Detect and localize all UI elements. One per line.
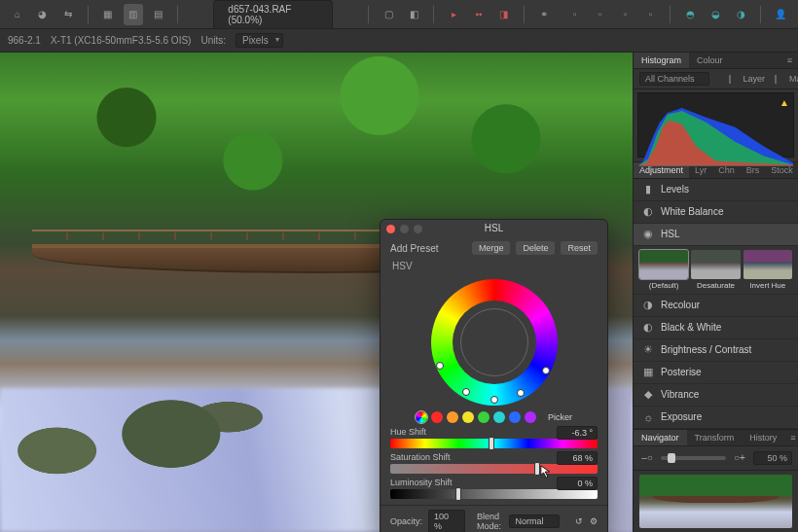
preset-desaturate[interactable]: Desaturate — [691, 250, 740, 290]
swatch-yellow[interactable] — [462, 411, 474, 423]
mirror-icon[interactable]: ◨ — [494, 4, 514, 25]
compare-icon[interactable]: ▪▪ — [469, 4, 489, 25]
swatch-orange[interactable] — [447, 411, 458, 423]
assistant-c-icon[interactable]: ◑ — [731, 4, 750, 25]
hsl-icon: ◉ — [641, 228, 655, 241]
grid-icon[interactable]: ▦ — [98, 4, 118, 25]
swatch-magenta[interactable] — [525, 411, 536, 423]
black-white-icon: ◐ — [641, 321, 655, 335]
hue-shift-slider[interactable]: -6.3 ° — [390, 439, 598, 448]
home-icon[interactable]: ⌂ — [8, 4, 27, 25]
saturation-shift-slider[interactable]: 68 % — [390, 464, 598, 474]
wheel-node[interactable] — [462, 388, 470, 396]
recolour-icon: ◑ — [641, 299, 655, 312]
hsv-toggle[interactable]: HSV — [381, 259, 607, 273]
hsl-presets: (Default) Desaturate Invert Hue — [634, 246, 798, 295]
wheel-node[interactable] — [436, 362, 444, 370]
swatch-master[interactable] — [416, 411, 427, 423]
blend-mode-select[interactable]: Normal — [509, 514, 560, 528]
picker-button[interactable]: Picker — [548, 412, 572, 422]
color-wheel[interactable] — [431, 279, 558, 406]
reset-gear-icon[interactable]: ↺ — [575, 514, 584, 529]
panel-menu-icon[interactable]: ≡ — [781, 53, 798, 68]
opacity-label: Opacity: — [390, 516, 422, 526]
units-label: Units: — [200, 35, 226, 46]
assistant-a-icon[interactable]: ◓ — [680, 4, 700, 25]
align-icon[interactable]: ▤ — [149, 4, 168, 25]
top-toolbar: ⌂ ◕ ⇆ ▦ ▥ ▤ d657-043.RAF (50.0%) ▢ ◧ ▸ ▪… — [0, 0, 798, 29]
saturation-shift-value[interactable]: 68 % — [557, 451, 598, 465]
layer-checkbox-label: Layer — [744, 74, 766, 84]
tab-history[interactable]: History — [742, 430, 784, 445]
view-mode-b-icon[interactable]: ◧ — [404, 4, 423, 25]
bit-depth-label: 966-2.1 — [8, 35, 41, 46]
panel-menu-icon[interactable]: ≡ — [784, 430, 798, 445]
layer-checkbox[interactable] — [729, 75, 731, 84]
arrange-c-icon[interactable]: ▫ — [616, 4, 635, 25]
adjustment-hsl[interactable]: ◉HSL — [634, 224, 798, 246]
photo-rocks-left — [0, 316, 285, 484]
merge-button[interactable]: Merge — [472, 241, 511, 255]
zoom-slider[interactable] — [661, 456, 726, 460]
marquee-checkbox-label: Marquee — [789, 74, 798, 84]
tab-navigator[interactable]: Navigator — [634, 430, 687, 445]
add-preset-button[interactable]: Add Preset — [390, 243, 438, 254]
navigator-thumbnail[interactable] — [639, 475, 792, 528]
adjustment-brightness-contrast[interactable]: ☀Brightness / Contrast — [634, 339, 798, 362]
settings-gear-icon[interactable]: ⚙ — [589, 514, 598, 529]
assistant-b-icon[interactable]: ◒ — [706, 4, 725, 25]
zoom-value[interactable]: 50 % — [753, 451, 792, 465]
arrange-d-icon[interactable]: ▫ — [641, 4, 661, 25]
cursor-icon — [540, 465, 554, 479]
adjustment-recolour[interactable]: ◑Recolour — [634, 295, 798, 317]
luminosity-shift-slider[interactable]: 0 % — [390, 489, 598, 499]
wheel-node[interactable] — [517, 389, 525, 397]
arrange-b-icon[interactable]: ▫ — [591, 4, 610, 25]
channels-select[interactable]: All Channels — [639, 72, 709, 86]
wheel-node[interactable] — [490, 396, 498, 404]
color-wheel-icon[interactable]: ◕ — [33, 4, 53, 25]
adjustment-levels[interactable]: ▮Levels — [634, 179, 798, 201]
adjustment-vibrance[interactable]: ◆Vibrance — [634, 384, 798, 407]
hue-shift-value[interactable]: -6.3 ° — [557, 426, 598, 440]
blend-mode-label: Blend Mode: — [477, 512, 503, 531]
tab-histogram[interactable]: Histogram — [634, 53, 689, 68]
document-name-dropdown[interactable]: d657-043.RAF (50.0%) — [213, 0, 333, 29]
hue-shift-knob[interactable] — [489, 437, 494, 450]
white-balance-icon: ◐ — [641, 205, 655, 219]
luminosity-shift-value[interactable]: 0 % — [557, 477, 598, 490]
lens-label: X-T1 (XC16-50mmF3.5-5.6 OIS) — [51, 35, 191, 46]
swatch-red[interactable] — [431, 411, 443, 423]
swatch-green[interactable] — [478, 411, 490, 423]
navigator-panel-tabs: Navigator Transform History ≡ — [634, 429, 798, 446]
arrange-a-icon[interactable]: ▫ — [565, 4, 585, 25]
adjustment-black-white[interactable]: ◐Black & White — [634, 317, 798, 339]
ruler-icon[interactable]: ▸ — [444, 4, 463, 25]
wheel-node[interactable] — [542, 367, 550, 374]
view-mode-a-icon[interactable]: ▢ — [379, 4, 398, 25]
preset-invert-hue[interactable]: Invert Hue — [744, 250, 792, 290]
adjustment-posterise[interactable]: ▦Posterise — [634, 362, 798, 384]
luminosity-shift-knob[interactable] — [455, 487, 461, 501]
link-icon[interactable]: ⚭ — [534, 4, 554, 25]
right-studio: Histogram Colour ≡ All Channels Layer Ma… — [633, 53, 798, 532]
units-select[interactable]: Pixels — [236, 33, 283, 48]
reset-button[interactable]: Reset — [561, 241, 598, 255]
tab-transform[interactable]: Transform — [687, 430, 743, 445]
zoom-in-icon[interactable]: ○+ — [732, 450, 747, 466]
adjustment-exposure[interactable]: ☼Exposure — [634, 407, 798, 429]
snap-icon[interactable]: ▥ — [124, 4, 143, 25]
hsl-panel: HSL Add Preset Merge Delete Reset HSV Pi… — [380, 219, 608, 532]
zoom-out-icon[interactable]: –○ — [639, 450, 655, 466]
zoom-knob[interactable] — [668, 453, 675, 463]
swap-icon[interactable]: ⇆ — [58, 4, 78, 25]
marquee-checkbox[interactable] — [775, 75, 777, 84]
adjustment-white-balance[interactable]: ◐White Balance — [634, 201, 798, 224]
opacity-value[interactable]: 100 % — [428, 510, 465, 532]
swatch-blue[interactable] — [509, 411, 521, 423]
delete-button[interactable]: Delete — [516, 241, 555, 255]
tab-colour[interactable]: Colour — [689, 53, 731, 68]
swatch-cyan[interactable] — [493, 411, 505, 423]
account-icon[interactable]: 👤 — [771, 4, 790, 25]
preset-default[interactable]: (Default) — [639, 250, 688, 290]
